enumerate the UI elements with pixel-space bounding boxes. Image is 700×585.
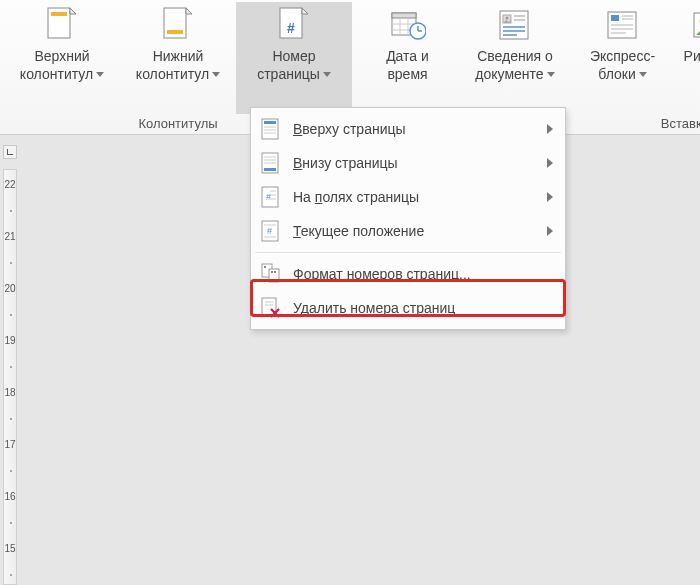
menu-item-top-of-page[interactable]: Вверху страницы [253,112,563,146]
svg-rect-53 [264,266,266,268]
header-button[interactable]: Верхнийколонтитул [4,2,120,114]
svg-rect-55 [274,271,276,273]
quick-parts-label-1: Экспресс- [590,48,655,64]
remove-page-numbers-icon [261,297,283,319]
svg-rect-54 [271,271,273,273]
ruler-tick: 18 [4,387,16,398]
ruler-corner [3,145,17,159]
date-time-label-1: Дата и [386,48,429,64]
doc-info-button[interactable]: Сведения одокументе [455,2,575,114]
date-time-icon [390,6,426,46]
svg-rect-7 [392,13,416,18]
menu-label: Формат номеров страниц... [293,266,553,282]
doc-info-label-1: Сведения о [477,48,553,64]
ruler-tick: 17 [4,439,16,450]
menu-item-page-margins[interactable]: # На полях страницы [253,180,563,214]
ruler-tick: 21 [4,231,16,242]
menu-item-bottom-of-page[interactable]: Внизу страницы [253,146,563,180]
ruler-minor-tick [10,418,12,420]
ruler-minor-tick [10,210,12,212]
doc-info-icon [497,6,533,46]
header-label-2: колонтитул [20,66,93,82]
doc-info-label-2: документе [475,66,543,82]
submenu-arrow-icon [547,158,553,168]
date-time-button[interactable]: Дата ивремя [360,2,455,114]
svg-rect-1 [51,12,67,16]
quick-parts-button[interactable]: Экспресс-блоки [575,2,670,114]
submenu-arrow-icon [547,192,553,202]
svg-text:#: # [267,226,272,236]
menu-item-remove-page-numbers[interactable]: Удалить номера страниц [253,291,563,325]
footer-icon [160,6,196,46]
menu-label: Вверху страницы [293,121,547,137]
menu-label: Текущее положение [293,223,547,239]
ruler-minor-tick [10,262,12,264]
svg-rect-33 [264,121,276,124]
page-number-label-2: страницы [257,66,320,82]
ruler-tick: 22 [4,179,16,190]
svg-rect-3 [167,30,183,34]
page-number-icon: # [276,6,312,46]
ruler-minor-tick [10,314,12,316]
chevron-down-icon [639,72,647,77]
submenu-arrow-icon [547,124,553,134]
page-margins-icon: # [261,186,283,208]
page-number-button[interactable]: # Номерстраницы [236,2,352,114]
footer-label-1: Нижний [153,48,204,64]
ruler-tick: 19 [4,335,16,346]
header-icon [44,6,80,46]
ruler-minor-tick [10,574,12,576]
top-of-page-icon [261,118,283,140]
quick-parts-icon [605,6,641,46]
svg-rect-52 [269,269,279,282]
svg-rect-41 [264,168,276,171]
ruler-minor-tick [10,470,12,472]
header-label-1: Верхний [34,48,89,64]
svg-text:#: # [287,20,295,36]
menu-item-format-page-numbers[interactable]: Формат номеров страниц... [253,257,563,291]
chevron-down-icon [323,72,331,77]
footer-button[interactable]: Нижнийколонтитул [120,2,236,114]
ruler-tick: 16 [4,491,16,502]
ruler-tick: 20 [4,283,16,294]
bottom-of-page-icon [261,152,283,174]
pictures-icon [692,6,700,46]
pictures-button[interactable]: Рисунки [670,2,700,114]
quick-parts-label-2: блоки [598,66,635,82]
menu-label: Внизу страницы [293,155,547,171]
menu-divider [255,252,561,253]
chevron-down-icon [96,72,104,77]
footer-label-2: колонтитул [136,66,209,82]
ruler-minor-tick [10,366,12,368]
svg-rect-24 [611,15,619,21]
date-time-label-2: время [387,66,427,82]
submenu-arrow-icon [547,226,553,236]
format-page-numbers-icon [261,263,283,285]
menu-label: Удалить номера страниц [293,300,553,316]
vertical-ruler[interactable]: 2221201918171615 [3,169,17,585]
ruler-minor-tick [10,522,12,524]
page-number-menu: Вверху страницы Внизу страницы # На поля… [250,107,566,330]
chevron-down-icon [547,72,555,77]
menu-label: На полях страницы [293,189,547,205]
menu-item-current-position[interactable]: # Текущее положение [253,214,563,248]
ruler-tick: 15 [4,543,16,554]
svg-text:#: # [266,192,271,202]
pictures-label: Рисунки [684,48,700,64]
page-number-label-1: Номер [272,48,315,64]
current-position-icon: # [261,220,283,242]
svg-point-17 [506,17,509,20]
chevron-down-icon [212,72,220,77]
